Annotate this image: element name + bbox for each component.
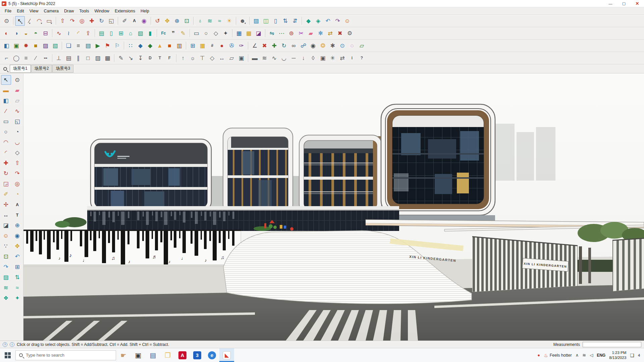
menu-view[interactable]: View: [27, 8, 41, 14]
copy-along-path-icon[interactable]: ⋯: [277, 28, 286, 38]
pipe-along-path-icon[interactable]: ◯: [11, 53, 21, 63]
hidden-line-icon[interactable]: ▯: [271, 16, 280, 26]
export-dwg-icon[interactable]: D: [145, 53, 155, 63]
window-tool-icon[interactable]: ⊞: [116, 28, 126, 38]
cross-delete-icon[interactable]: ✖: [260, 41, 269, 51]
menu-help[interactable]: Help: [138, 8, 152, 14]
sandbox-smoove-icon[interactable]: ◈: [313, 16, 323, 26]
shapes-icon[interactable]: ▭▾: [44, 16, 54, 26]
explode-icon[interactable]: ✹: [21, 41, 31, 51]
shadows-icon[interactable]: ☀: [224, 16, 234, 26]
clock[interactable]: 1:23 PM 8/13/2023: [609, 350, 626, 360]
door-tool-icon[interactable]: ▯: [106, 28, 116, 38]
box-orange-icon[interactable]: ■: [165, 41, 174, 51]
position-camera-icon[interactable]: ☺: [342, 16, 352, 26]
credits-icon[interactable]: i: [10, 342, 14, 347]
report-table-icon[interactable]: ⊞: [188, 41, 198, 51]
quantity-grid-icon[interactable]: ▦: [198, 41, 207, 51]
arc-icon[interactable]: ◠: [1, 137, 11, 147]
select-icon[interactable]: ↖▾: [15, 16, 25, 26]
railing-icon[interactable]: ∥: [73, 53, 83, 63]
sign-in-icon[interactable]: ☻▾: [238, 16, 248, 26]
protractor-icon[interactable]: ◔: [12, 189, 22, 199]
line-style-icon[interactable]: ∕: [31, 53, 41, 63]
walk-icon[interactable]: ∵: [1, 241, 11, 251]
dash-style-icon[interactable]: ╍: [41, 53, 50, 63]
project-down-icon[interactable]: ↓: [299, 53, 308, 63]
paint-bucket-icon[interactable]: ◉: [139, 16, 149, 26]
soften-smooth-icon[interactable]: ≋: [1, 283, 11, 293]
taskbar-edge-browser-icon[interactable]: e: [205, 348, 219, 362]
axes-icon[interactable]: ✢: [1, 200, 11, 209]
zoom-extents-icon[interactable]: ⊡: [1, 252, 11, 261]
add-plus-icon[interactable]: ✚: [269, 41, 279, 51]
flag-red-icon[interactable]: ⚑: [103, 41, 112, 51]
paint-roller-icon[interactable]: ▬: [1, 85, 11, 95]
start-button[interactable]: [0, 348, 15, 362]
draw-pencil-icon[interactable]: ✎: [178, 28, 188, 38]
search-scenes-icon[interactable]: [3, 67, 7, 71]
eraser-icon[interactable]: ▰: [12, 85, 22, 95]
lock-icon[interactable]: ■: [31, 41, 41, 51]
sun-position-icon[interactable]: ☼: [188, 53, 198, 63]
extension-b-icon[interactable]: ✦: [12, 293, 22, 303]
x-ray-icon[interactable]: ▨: [251, 16, 261, 26]
maximize-button[interactable]: ▢: [617, 0, 631, 7]
rotated-rectangle-icon[interactable]: ◱: [12, 117, 22, 126]
tape-measure-icon[interactable]: ✐: [1, 189, 11, 199]
pan-icon[interactable]: ✥: [162, 16, 172, 26]
zoom-window-icon[interactable]: ⊞: [12, 262, 22, 272]
text-3d-icon[interactable]: T: [12, 210, 22, 220]
unhide-icon[interactable]: ▧: [50, 41, 60, 51]
measure-area-icon[interactable]: ▱: [357, 41, 367, 51]
terrain-wave-icon[interactable]: ∿: [269, 53, 279, 63]
dimension-icon[interactable]: ↔: [1, 210, 11, 220]
stamp-tool-icon[interactable]: ▣: [318, 53, 328, 63]
smart-offset-icon[interactable]: ⊚: [286, 28, 296, 38]
pipette-sample-icon[interactable]: ✑: [236, 41, 246, 51]
zoom-icon[interactable]: ⊕: [172, 16, 182, 26]
material-replacer-icon[interactable]: ⇄: [325, 28, 335, 38]
follow-me-icon[interactable]: ↷: [12, 169, 22, 178]
volume-icon[interactable]: ◁: [590, 353, 593, 358]
position-camera-icon[interactable]: ☺: [1, 231, 11, 241]
soften-edges-icon[interactable]: ≋: [205, 16, 215, 26]
move-icon[interactable]: ✚: [87, 16, 97, 26]
camera-photo-icon[interactable]: ◉: [308, 41, 318, 51]
menu-camera[interactable]: Camera: [41, 8, 61, 14]
pattern-fill-icon[interactable]: ▩: [103, 53, 112, 63]
column-tool-icon[interactable]: ▮: [145, 28, 155, 38]
settings-star-icon[interactable]: ✱: [328, 41, 337, 51]
rotate-icon[interactable]: ↻: [1, 169, 11, 178]
render-sun-icon[interactable]: ❂: [318, 41, 328, 51]
detail-edit-icon[interactable]: ✳: [328, 53, 337, 63]
solid-trim-icon[interactable]: ◒: [21, 28, 31, 38]
line-icon[interactable]: ∕▾: [25, 16, 35, 26]
arc-icon[interactable]: ◠▾: [35, 16, 44, 26]
hatch-faces-icon[interactable]: ▨: [93, 53, 103, 63]
outliner-icon[interactable]: ≡: [73, 41, 83, 51]
estimate-icon[interactable]: #: [207, 41, 217, 51]
scenes-panel-icon[interactable]: ▤: [83, 41, 93, 51]
fog-toggle-icon[interactable]: ≈: [12, 283, 22, 293]
split-icon[interactable]: ⊟: [41, 28, 50, 38]
freehand-icon[interactable]: ∿: [12, 106, 22, 116]
slice-model-icon[interactable]: ▬: [250, 53, 260, 63]
model-viewport[interactable]: ♪♪♩♫♪♬♪♩♪♫ XIN LI KINDERGARTEN XIN LI KI…: [23, 73, 644, 341]
alert-icon[interactable]: ●: [537, 353, 540, 358]
component-box-icon[interactable]: ◧: [1, 96, 11, 106]
line-pencil-icon[interactable]: ∕: [1, 106, 11, 116]
stairs-tool-icon[interactable]: ▧: [136, 28, 145, 38]
wrench-fix-icon[interactable]: ✇: [227, 41, 236, 51]
extension-a-icon[interactable]: ❖: [1, 293, 11, 303]
offset-icon[interactable]: ◎: [12, 179, 22, 189]
menu-extensions[interactable]: Extensions: [112, 8, 138, 14]
pie-icon[interactable]: ◔: [12, 127, 22, 137]
angle-tool-icon[interactable]: ∠: [250, 41, 260, 51]
north-arrow-icon[interactable]: ↑: [178, 53, 188, 63]
move-icon[interactable]: ✚: [1, 158, 11, 168]
scale-icon[interactable]: ◱: [106, 16, 116, 26]
weather-widget[interactable]: ♨ Feels hotter: [544, 353, 572, 358]
contour-lines-icon[interactable]: ≋: [260, 53, 269, 63]
orbit-eye-icon[interactable]: ⊙: [12, 75, 22, 85]
